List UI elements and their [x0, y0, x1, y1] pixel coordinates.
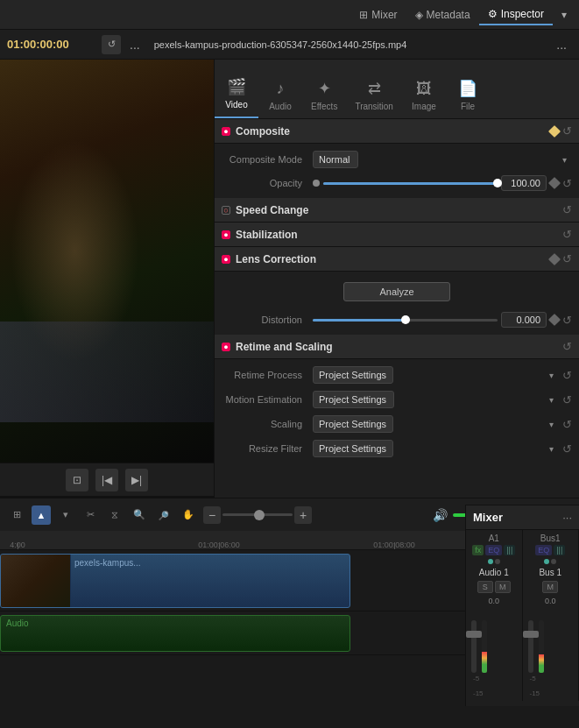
speed-change-reset-icon[interactable]: ↺: [562, 203, 572, 216]
stabilization-section-header[interactable]: ● Stabilization ↺: [215, 223, 579, 247]
opacity-reset-icon[interactable]: ↺: [562, 177, 572, 190]
stabilization-reset-icon[interactable]: ↺: [562, 228, 572, 241]
stabilization-toggle[interactable]: ●: [222, 230, 230, 239]
next-frame-button[interactable]: ▶|: [125, 469, 148, 491]
zoom-thumb[interactable]: [254, 510, 265, 520]
lens-correction-reset-icon[interactable]: ↺: [562, 252, 572, 265]
mixer-label: Mixer: [371, 9, 397, 21]
retime-scaling-reset-icon[interactable]: ↺: [562, 340, 572, 353]
fit-view-button[interactable]: ⊡: [66, 469, 88, 491]
composite-title: Composite: [236, 125, 550, 138]
opacity-slider-thumb[interactable]: [493, 179, 502, 187]
metadata-icon: ◈: [415, 9, 423, 21]
a1-fader-track[interactable]: [471, 620, 477, 673]
retime-process-row: Retime Process Project Settings Nearest …: [215, 363, 579, 387]
analyze-button[interactable]: Analyze: [343, 282, 449, 301]
lens-correction-section-header[interactable]: ● Lens Correction ↺: [215, 247, 579, 272]
audio-clip[interactable]: Audio: [0, 615, 350, 652]
speed-change-section-header[interactable]: ○ Speed Change ↺: [215, 198, 579, 223]
distortion-control: 0.000 ↺: [313, 312, 572, 328]
retime-process-select[interactable]: Project Settings Nearest Frame Blend Opt…: [313, 366, 393, 384]
a1-solo-btn[interactable]: S: [477, 581, 493, 593]
tab-video[interactable]: 🎬 Video: [215, 74, 258, 118]
resize-filter-reset-icon[interactable]: ↺: [562, 442, 572, 456]
hand-btn[interactable]: ✋: [179, 505, 198, 525]
trim-btn[interactable]: ⧖: [105, 505, 124, 525]
mixer-tab[interactable]: ⊞ Mixer: [350, 5, 406, 25]
distortion-reset-icon[interactable]: ↺: [562, 314, 572, 327]
tab-transition[interactable]: ⇄ Transition: [346, 75, 402, 118]
zoom-in-btn[interactable]: 🔍: [130, 505, 149, 525]
media-bar-dots[interactable]: ...: [124, 36, 145, 53]
prev-frame-button[interactable]: |◀: [95, 469, 118, 491]
a1-mute-btn[interactable]: M: [495, 581, 511, 593]
bus1-eq-chip[interactable]: EQ: [535, 545, 552, 555]
distortion-keyframe-icon[interactable]: [548, 314, 561, 326]
bus1-led-1: [544, 559, 549, 564]
scaling-reset-icon[interactable]: ↺: [562, 418, 572, 431]
retime-scaling-toggle[interactable]: ●: [222, 343, 230, 351]
inspector-tab[interactable]: ⚙ Inspector: [479, 4, 553, 25]
lens-correction-keyframe-icon[interactable]: [548, 252, 561, 265]
zoom-minus-btn[interactable]: −: [203, 506, 221, 524]
a1-fader-thumb[interactable]: [466, 631, 482, 638]
composite-reset-icon[interactable]: ↺: [562, 124, 572, 138]
select-btn[interactable]: ▲: [32, 505, 51, 525]
opacity-label: Opacity: [222, 178, 309, 188]
opacity-keyframe-icon[interactable]: [548, 177, 561, 189]
opacity-dot[interactable]: [313, 180, 320, 187]
video-clip[interactable]: pexels-kampus...: [0, 554, 350, 608]
bus1-fader-thumb[interactable]: [523, 631, 539, 638]
retime-process-reset-icon[interactable]: ↺: [562, 369, 572, 382]
distortion-slider-fill: [313, 319, 406, 322]
tab-image[interactable]: 🖼 Image: [402, 76, 446, 118]
retime-scaling-section-header[interactable]: ● Retime and Scaling ↺: [215, 335, 579, 359]
a1-bars-chip[interactable]: |||: [504, 545, 515, 555]
tab-file[interactable]: 📄 File: [446, 75, 490, 118]
distortion-slider-thumb[interactable]: [401, 315, 410, 324]
distortion-value[interactable]: 0.000: [501, 312, 547, 328]
bus1-fader-track[interactable]: [528, 620, 533, 673]
retime-scaling-actions: ↺: [562, 340, 572, 353]
lens-correction-toggle[interactable]: ●: [222, 255, 230, 264]
a1-meter-fill: [482, 652, 487, 673]
distortion-slider-track[interactable]: [313, 319, 498, 322]
a1-fx-chip[interactable]: fx: [472, 545, 484, 555]
scaling-select[interactable]: Project Settings Bilinear Bicubic: [313, 415, 393, 433]
tab-effects[interactable]: ✦ Effects: [302, 75, 346, 118]
mixer-options-btn[interactable]: ···: [562, 511, 572, 524]
group-btn[interactable]: ⊞: [7, 505, 26, 525]
speed-change-toggle[interactable]: ○: [222, 206, 230, 215]
bus1-fader-col: [528, 620, 533, 673]
a1-eq-chip[interactable]: EQ: [485, 545, 502, 555]
zoom-plus-btn[interactable]: +: [294, 506, 312, 524]
composite-keyframe-icon[interactable]: [548, 124, 561, 137]
zoom-out-btn[interactable]: 🔍: [154, 505, 173, 525]
zoom-track[interactable]: [222, 513, 293, 516]
bus1-bars-chip[interactable]: |||: [554, 545, 565, 555]
resize-filter-select[interactable]: Project Settings Sharp Smooth: [313, 440, 393, 457]
blade-btn[interactable]: ✂: [81, 505, 100, 525]
motion-estimation-select[interactable]: Project Settings Standard Faster Standar…: [313, 391, 394, 408]
file-tab-icon: 📄: [458, 79, 477, 98]
motion-estimation-reset-icon[interactable]: ↺: [562, 393, 572, 406]
select-dropdown[interactable]: ▾: [56, 505, 75, 525]
zoom-control: − +: [203, 506, 312, 524]
composite-content: Composite Mode Normal Screen Overlay Mul…: [215, 144, 579, 198]
more-btn[interactable]: ▾: [553, 5, 575, 25]
motion-estimation-control: Project Settings Standard Faster Standar…: [313, 391, 572, 408]
opacity-slider-track[interactable]: [323, 182, 498, 185]
bus1-mute-btn[interactable]: M: [542, 581, 558, 593]
volume-icon[interactable]: 🔊: [433, 508, 448, 522]
tab-audio[interactable]: ♪ Audio: [258, 76, 302, 118]
refresh-button[interactable]: ↺: [102, 35, 121, 54]
composite-toggle[interactable]: ●: [222, 127, 230, 136]
composite-section-header[interactable]: ● Composite ↺: [215, 119, 579, 144]
metadata-tab[interactable]: ◈ Metadata: [406, 5, 479, 25]
lens-correction-title: Lens Correction: [236, 253, 550, 265]
speed-change-actions: ↺: [562, 203, 572, 216]
filename-dots[interactable]: ...: [551, 36, 572, 53]
opacity-value[interactable]: 100.00: [501, 175, 547, 191]
a1-name: Audio 1: [479, 568, 509, 577]
composite-mode-select[interactable]: Normal Screen Overlay Multiply Add: [313, 151, 358, 168]
